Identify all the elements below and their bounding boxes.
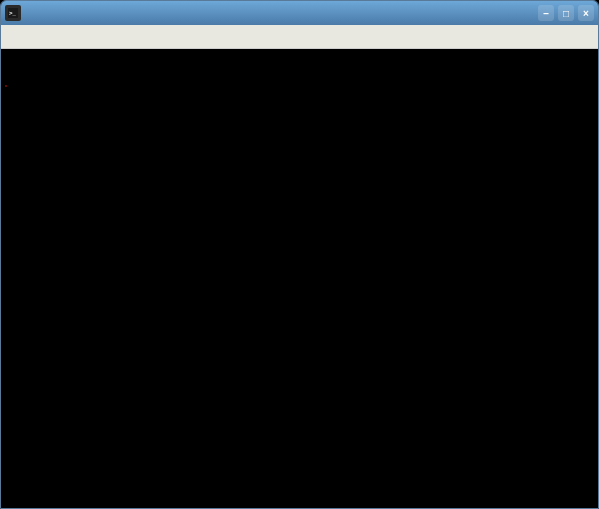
- terminal-area[interactable]: [1, 49, 598, 508]
- annotation-circle: [5, 85, 7, 87]
- menu-terminal[interactable]: [53, 35, 69, 39]
- titlebar: >_ – □ ×: [1, 1, 598, 25]
- minimize-button[interactable]: –: [538, 5, 554, 21]
- menubar: [1, 25, 598, 49]
- menu-file[interactable]: [5, 35, 21, 39]
- menu-view[interactable]: [37, 35, 53, 39]
- maximize-button[interactable]: □: [558, 5, 574, 21]
- app-icon: >_: [5, 5, 21, 21]
- svg-text:>_: >_: [9, 10, 17, 16]
- menu-help[interactable]: [85, 35, 101, 39]
- menu-edit[interactable]: [21, 35, 37, 39]
- close-button[interactable]: ×: [578, 5, 594, 21]
- menu-go[interactable]: [69, 35, 85, 39]
